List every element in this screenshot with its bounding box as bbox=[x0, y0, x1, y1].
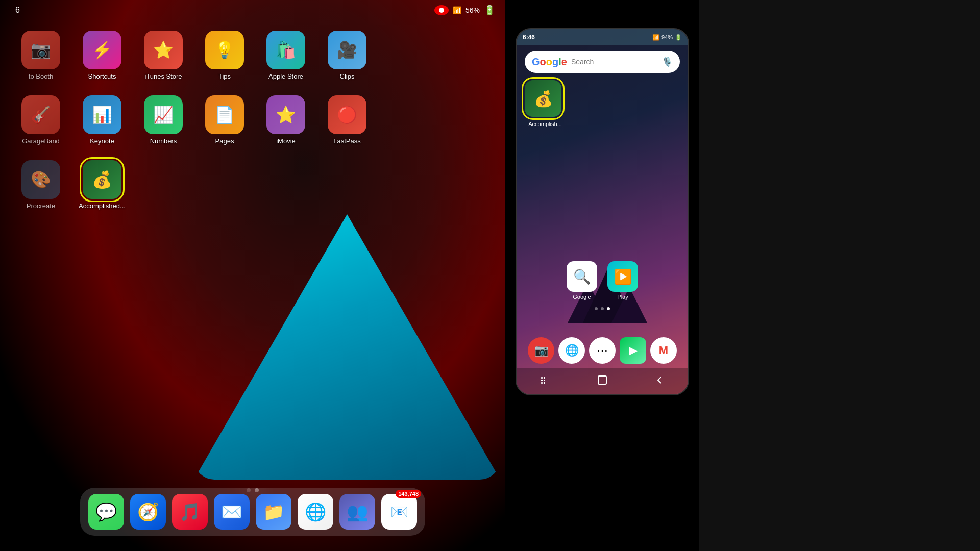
ipad-time: 6 bbox=[15, 6, 20, 15]
android-dot-1[interactable] bbox=[595, 307, 598, 310]
imovie-label: iMovie bbox=[276, 137, 296, 145]
itunes-icon: ⭐ bbox=[144, 31, 183, 69]
app-itunes-store[interactable]: ⭐ iTunes Store bbox=[138, 31, 189, 80]
garageband-label: GarageBand bbox=[22, 137, 60, 145]
itunes-label: iTunes Store bbox=[144, 72, 182, 80]
right-background bbox=[699, 0, 980, 551]
app-lastpass[interactable]: 🔴 LastPass bbox=[322, 95, 373, 145]
android-search-input[interactable] bbox=[571, 51, 662, 73]
app-clips[interactable]: 🎥 Clips bbox=[322, 31, 373, 80]
app-apple-store[interactable]: 🛍️ Apple Store bbox=[260, 31, 311, 80]
procreate-label: Procreate bbox=[27, 202, 55, 210]
chrome-emoji: 🌐 bbox=[305, 502, 326, 522]
dock-safari[interactable]: 🧭 bbox=[130, 494, 166, 530]
tips-icon: 💡 bbox=[205, 31, 244, 69]
ipad-screen: 6 📶 56% 🔋 📷 to Booth ⚡ Sho bbox=[0, 0, 505, 551]
app-shortcuts[interactable]: ⚡ Shortcuts bbox=[77, 31, 128, 80]
svg-rect-2 bbox=[541, 380, 543, 381]
app-pages[interactable]: 📄 Pages bbox=[199, 95, 250, 145]
imovie-icon: ⭐ bbox=[266, 95, 305, 134]
google-logo: Google bbox=[532, 56, 567, 68]
dock-files[interactable]: 📁 bbox=[256, 494, 291, 530]
svg-rect-0 bbox=[541, 377, 543, 379]
accomplished-icon: 💰 bbox=[83, 160, 121, 199]
numbers-label: Numbers bbox=[150, 137, 177, 145]
battery-icon: 🔋 bbox=[484, 5, 495, 16]
itunes-emoji: ⭐ bbox=[153, 40, 174, 60]
safari-emoji: 🧭 bbox=[137, 502, 159, 522]
mail-emoji: ✉️ bbox=[221, 502, 242, 522]
android-time: 6:46 bbox=[523, 34, 535, 41]
chrome-emoji-android: 🌐 bbox=[565, 344, 579, 357]
accomplished-android-label: Accomplish... bbox=[528, 121, 561, 127]
nav-home-button[interactable] bbox=[593, 370, 612, 392]
google-emoji: 🔍 bbox=[573, 268, 591, 285]
keynote-emoji: 📊 bbox=[92, 105, 112, 124]
garageband-icon: 🎸 bbox=[21, 95, 60, 134]
android-dock-playstore[interactable]: ▶ bbox=[620, 337, 646, 364]
photo-booth-emoji: 📷 bbox=[31, 40, 51, 60]
android-dot-2[interactable] bbox=[601, 307, 604, 310]
android-dot-3[interactable] bbox=[607, 307, 610, 310]
shortcuts-label: Shortcuts bbox=[88, 72, 116, 80]
accomplished-android-app[interactable]: 💰 Accomplish... bbox=[525, 80, 566, 128]
clips-emoji: 🎥 bbox=[337, 40, 357, 60]
play-app-icon: ▶️ bbox=[607, 261, 638, 292]
keynote-icon: 📊 bbox=[83, 95, 121, 134]
android-app-play[interactable]: ▶️ Play bbox=[607, 261, 638, 300]
accomplished-android-emoji: 💰 bbox=[534, 90, 553, 108]
gmail-emoji: 📧 bbox=[390, 504, 408, 520]
procreate-icon: 🎨 bbox=[21, 160, 60, 199]
app-numbers[interactable]: 📈 Numbers bbox=[138, 95, 189, 145]
android-battery-icon: 🔋 bbox=[675, 34, 682, 41]
tips-label: Tips bbox=[218, 72, 231, 80]
microphone-icon[interactable]: 🎙️ bbox=[662, 56, 673, 67]
procreate-emoji: 🎨 bbox=[31, 170, 51, 189]
lastpass-icon: 🔴 bbox=[328, 95, 366, 134]
app-keynote[interactable]: 📊 Keynote bbox=[77, 95, 128, 145]
dock-messages[interactable]: 💬 bbox=[88, 494, 124, 530]
photo-booth-icon: 📷 bbox=[21, 31, 60, 69]
android-dock-camera[interactable]: 📷 bbox=[528, 337, 554, 364]
dock-teams[interactable]: 👥 bbox=[339, 494, 375, 530]
android-status-bar: 6:46 📶 94% 🔋 bbox=[517, 29, 688, 45]
svg-rect-6 bbox=[598, 376, 606, 384]
app-procreate[interactable]: 🎨 Procreate bbox=[15, 160, 66, 210]
android-dock-apps[interactable]: ⋯ bbox=[589, 337, 616, 364]
photo-booth-label: to Booth bbox=[29, 72, 53, 80]
app-accomplished[interactable]: 💰 Accomplished... bbox=[77, 160, 128, 210]
apple-store-emoji: 🛍️ bbox=[276, 40, 296, 60]
gmail-badge: 143,748 bbox=[396, 490, 421, 498]
teams-emoji: 👥 bbox=[347, 502, 368, 522]
playstore-emoji: ▶ bbox=[629, 344, 638, 357]
garageband-emoji: 🎸 bbox=[31, 105, 51, 124]
dock-music[interactable]: 🎵 bbox=[172, 494, 208, 530]
camera-emoji: 📷 bbox=[534, 344, 548, 357]
app-imovie[interactable]: ⭐ iMovie bbox=[260, 95, 311, 145]
nav-menu-button[interactable] bbox=[536, 371, 554, 392]
android-dock-chrome[interactable]: 🌐 bbox=[558, 337, 585, 364]
svg-rect-1 bbox=[544, 377, 545, 379]
gmail-letter: M bbox=[659, 344, 668, 357]
app-garageband[interactable]: 🎸 GarageBand bbox=[15, 95, 66, 145]
accomplished-emoji: 💰 bbox=[92, 170, 112, 189]
dock-chrome[interactable]: 🌐 bbox=[298, 494, 333, 530]
pages-icon: 📄 bbox=[205, 95, 244, 134]
android-app-google[interactable]: 🔍 Google bbox=[567, 261, 597, 300]
android-nav-bar bbox=[517, 368, 688, 394]
record-button[interactable] bbox=[434, 5, 449, 15]
android-dock-gmail[interactable]: M bbox=[650, 337, 677, 364]
dock-gmail[interactable]: 📧 143,748 bbox=[381, 494, 417, 530]
files-emoji: 📁 bbox=[263, 502, 284, 522]
android-search-bar[interactable]: Google 🎙️ bbox=[525, 51, 680, 73]
pages-label: Pages bbox=[215, 137, 234, 145]
nav-back-button[interactable] bbox=[650, 371, 669, 392]
android-status-right: 📶 94% 🔋 bbox=[652, 34, 682, 41]
dock-mail[interactable]: ✉️ bbox=[214, 494, 250, 530]
android-dock: 📷 🌐 ⋯ ▶ M bbox=[522, 337, 683, 364]
app-row-1: 📷 to Booth ⚡ Shortcuts ⭐ iTunes Store 💡 bbox=[31, 31, 475, 80]
app-tips[interactable]: 💡 Tips bbox=[199, 31, 250, 80]
clips-label: Clips bbox=[340, 72, 355, 80]
app-photo-booth[interactable]: 📷 to Booth bbox=[15, 31, 66, 80]
google-app-icon: 🔍 bbox=[567, 261, 597, 292]
